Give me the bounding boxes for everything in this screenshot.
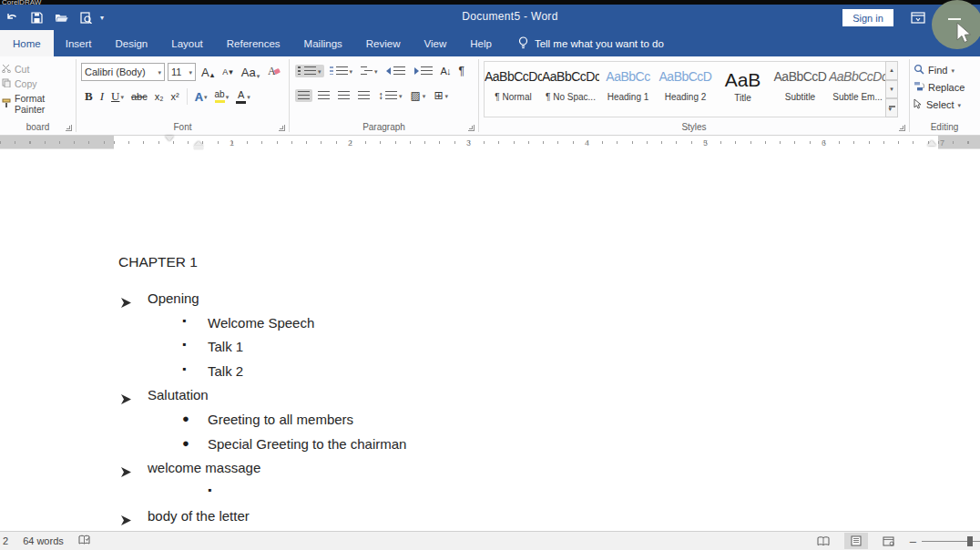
paragraph-dialog-launcher[interactable] (468, 125, 475, 131)
minimize-icon[interactable] (948, 18, 961, 20)
first-line-indent-marker[interactable] (165, 136, 174, 141)
shading-button[interactable]: ▨▾ (408, 87, 429, 104)
tab-layout[interactable]: Layout (159, 30, 215, 56)
style-heading-1[interactable]: AaBbCc Heading 1 (599, 62, 657, 117)
grow-font-icon: A (201, 66, 209, 79)
style-heading-2[interactable]: AaBbCcD Heading 2 (657, 62, 714, 117)
sort-button[interactable]: A↓ (438, 64, 454, 78)
tab-review[interactable]: Review (354, 30, 413, 56)
clipboard-group: Cut Copy Format Painter board (0, 56, 76, 135)
style-subtitle[interactable]: AaBbCcD Subtitle (771, 62, 829, 117)
underline-button[interactable]: U▾ (108, 89, 127, 104)
list-item: Opening (118, 288, 756, 312)
word-count[interactable]: 64 words (23, 535, 64, 546)
tab-help[interactable]: Help (458, 30, 504, 56)
zoom-out-button[interactable]: – (910, 535, 916, 548)
print-layout-button[interactable] (844, 533, 868, 549)
strikethrough-button[interactable]: abc (128, 91, 150, 102)
select-button[interactable]: Select ▾ (910, 95, 979, 112)
styles-scroll-up-button[interactable]: ▴ (885, 61, 898, 80)
clear-formatting-button[interactable]: A (265, 64, 283, 80)
styles-dialog-launcher[interactable] (899, 125, 905, 131)
line-spacing-button[interactable]: ↕▾ (375, 87, 405, 104)
document-page[interactable]: CHAPTER 1 Opening ▪ Welcome Speech ▪ Tal… (0, 150, 980, 531)
style-subtle-emphasis[interactable]: AaBbCcDc Subtle Em... (829, 62, 886, 117)
web-layout-button[interactable] (877, 533, 901, 549)
select-label: Select (926, 99, 954, 110)
sign-in-button[interactable]: Sign in (842, 9, 893, 26)
font-color-button[interactable]: A▾ (233, 90, 253, 104)
tab-home[interactable]: Home (0, 30, 54, 56)
font-name-combobox[interactable]: Calibri (Body) ▾ (81, 63, 165, 81)
page-indicator-fragment[interactable]: 2 (3, 535, 8, 546)
replace-button[interactable]: Replace (910, 77, 979, 95)
justify-button[interactable] (355, 89, 373, 102)
tab-references[interactable]: References (215, 30, 292, 56)
style-no-spacing[interactable]: AaBbCcDc ¶ No Spac... (542, 62, 599, 117)
tab-insert[interactable]: Insert (54, 30, 104, 56)
horizontal-ruler[interactable]: 1 2 3 4 5 6 7 (0, 136, 980, 149)
proofing-icon[interactable] (78, 535, 90, 547)
align-center-button[interactable] (315, 89, 332, 102)
show-hide-pilcrow-button[interactable]: ¶ (455, 63, 466, 79)
font-dialog-launcher[interactable] (279, 125, 285, 131)
change-case-button[interactable]: Aa▾ (239, 65, 262, 80)
text-effects-button[interactable]: A▾ (192, 90, 210, 104)
list-item-text: Salutation (148, 387, 209, 402)
bold-button[interactable]: B (82, 89, 96, 104)
style-sample: AaBbCcDc (542, 69, 599, 84)
replace-label: Replace (928, 82, 965, 93)
read-mode-button[interactable] (812, 533, 835, 549)
clipboard-dialog-launcher[interactable] (66, 125, 72, 131)
align-left-button[interactable] (295, 89, 312, 102)
tab-mailings[interactable]: Mailings (292, 30, 354, 56)
multilevel-list-button[interactable]: ▾ (358, 65, 381, 77)
align-right-button[interactable] (335, 89, 352, 102)
bullet-dots (298, 66, 301, 76)
font-name-value: Calibri (Body) (85, 66, 146, 77)
square-bullet-icon: ▪ (182, 362, 186, 375)
list-item-text: Greeting to all members (208, 412, 353, 427)
font-size-combobox[interactable]: 11 ▾ (168, 63, 196, 81)
subscript-button[interactable]: x₂ (152, 91, 167, 102)
zoom-handle[interactable] (967, 536, 973, 546)
styles-scroll-down-button[interactable]: ▾ (885, 80, 898, 99)
bullets-button[interactable]: ▾ (295, 65, 324, 77)
arrow-bullet-icon (121, 392, 132, 407)
list-item: Salutation (118, 384, 756, 409)
document-heading: CHAPTER 1 (118, 254, 198, 270)
find-label: Find (928, 65, 947, 76)
tab-design[interactable]: Design (103, 30, 159, 56)
right-indent-marker[interactable] (927, 140, 936, 146)
cut-button[interactable]: Cut (0, 62, 76, 76)
chevron-down-icon: ▾ (204, 94, 208, 100)
tab-view[interactable]: View (413, 30, 459, 56)
zoom-slider[interactable]: – (910, 535, 980, 548)
italic-button[interactable]: I (97, 89, 107, 104)
list-item: welcome massage (118, 457, 756, 482)
ruler-number: 1 (230, 138, 234, 148)
numbering-button[interactable]: ▾ (327, 65, 356, 77)
tell-me-box[interactable]: Tell me what you want to do (504, 30, 664, 56)
chevron-down-icon: ▾ (350, 68, 353, 75)
borders-button[interactable]: ⊞▾ (431, 87, 451, 104)
ribbon-display-options-icon[interactable] (911, 11, 925, 27)
decrease-indent-button[interactable] (383, 65, 408, 77)
shrink-font-button[interactable]: A▾ (219, 66, 236, 77)
style-name: Subtle Em... (829, 92, 886, 102)
list-item-text: Welcome Speech (208, 315, 314, 331)
copy-button[interactable]: Copy (0, 76, 76, 91)
styles-more-button[interactable]: ▾ (885, 98, 898, 117)
chevron-down-icon: ▾ (399, 93, 403, 99)
editing-group-label: Editing (910, 122, 979, 132)
highlight-button[interactable]: ab▾ (212, 90, 232, 103)
find-button[interactable]: Find ▾ (910, 60, 979, 77)
style-normal[interactable]: AaBbCcDc ¶ Normal (485, 62, 542, 117)
format-painter-button[interactable]: Format Painter (0, 91, 76, 117)
zoom-track[interactable] (922, 541, 980, 542)
style-title[interactable]: AaB Title (714, 62, 771, 117)
grow-font-button[interactable]: A▴ (199, 65, 217, 80)
hanging-indent-marker[interactable] (194, 141, 203, 149)
superscript-button[interactable]: x² (168, 91, 181, 102)
increase-indent-button[interactable] (411, 65, 435, 77)
